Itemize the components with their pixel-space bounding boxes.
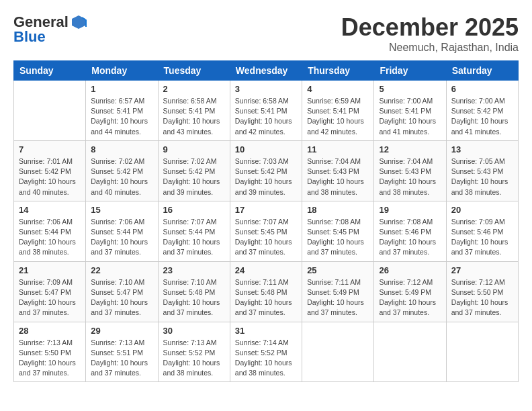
day-info: Sunrise: 6:57 AM Sunset: 5:41 PM Dayligh… <box>91 96 152 137</box>
month-title: December 2025 <box>341 13 519 42</box>
calendar-cell: 5Sunrise: 7:00 AM Sunset: 5:41 PM Daylig… <box>374 81 446 141</box>
calendar-cell: 30Sunrise: 7:13 AM Sunset: 5:52 PM Dayli… <box>158 322 230 382</box>
day-info: Sunrise: 7:05 AM Sunset: 5:43 PM Dayligh… <box>451 156 513 197</box>
day-number: 1 <box>91 84 152 94</box>
day-info: Sunrise: 7:13 AM Sunset: 5:50 PM Dayligh… <box>19 338 81 379</box>
calendar-cell: 1Sunrise: 6:57 AM Sunset: 5:41 PM Daylig… <box>86 81 158 141</box>
day-number: 15 <box>91 205 152 215</box>
day-info: Sunrise: 7:13 AM Sunset: 5:51 PM Dayligh… <box>91 338 152 379</box>
weekday-header: Friday <box>374 61 446 81</box>
day-info: Sunrise: 7:06 AM Sunset: 5:44 PM Dayligh… <box>19 217 81 258</box>
calendar-cell: 31Sunrise: 7:14 AM Sunset: 5:52 PM Dayli… <box>230 322 302 382</box>
calendar-cell: 29Sunrise: 7:13 AM Sunset: 5:51 PM Dayli… <box>86 322 158 382</box>
day-number: 14 <box>19 205 81 215</box>
day-number: 21 <box>19 265 81 275</box>
day-number: 11 <box>307 144 369 154</box>
day-number: 8 <box>91 144 152 154</box>
calendar-cell: 17Sunrise: 7:07 AM Sunset: 5:45 PM Dayli… <box>230 201 302 261</box>
day-number: 3 <box>235 84 297 94</box>
day-number: 31 <box>235 326 297 336</box>
calendar-cell: 7Sunrise: 7:01 AM Sunset: 5:42 PM Daylig… <box>14 140 86 201</box>
calendar-cell: 8Sunrise: 7:02 AM Sunset: 5:42 PM Daylig… <box>86 140 158 201</box>
day-number: 22 <box>91 265 152 275</box>
day-info: Sunrise: 7:10 AM Sunset: 5:47 PM Dayligh… <box>91 277 152 318</box>
calendar-cell: 20Sunrise: 7:09 AM Sunset: 5:46 PM Dayli… <box>446 201 518 261</box>
day-number: 29 <box>91 326 152 336</box>
day-info: Sunrise: 7:08 AM Sunset: 5:45 PM Dayligh… <box>307 217 369 258</box>
day-info: Sunrise: 7:04 AM Sunset: 5:43 PM Dayligh… <box>307 156 369 197</box>
calendar-cell: 15Sunrise: 7:06 AM Sunset: 5:44 PM Dayli… <box>86 201 158 261</box>
calendar-cell: 28Sunrise: 7:13 AM Sunset: 5:50 PM Dayli… <box>14 322 86 382</box>
weekday-header: Saturday <box>446 61 518 81</box>
calendar-cell <box>374 322 446 382</box>
calendar-cell: 6Sunrise: 7:00 AM Sunset: 5:42 PM Daylig… <box>446 81 518 141</box>
day-info: Sunrise: 7:10 AM Sunset: 5:48 PM Dayligh… <box>163 277 225 318</box>
logo: General Blue <box>13 13 89 46</box>
day-info: Sunrise: 7:02 AM Sunset: 5:42 PM Dayligh… <box>91 156 152 197</box>
day-number: 12 <box>379 144 441 154</box>
calendar-cell: 9Sunrise: 7:02 AM Sunset: 5:42 PM Daylig… <box>158 140 230 201</box>
weekday-header-row: SundayMondayTuesdayWednesdayThursdayFrid… <box>14 61 519 81</box>
day-info: Sunrise: 7:11 AM Sunset: 5:48 PM Dayligh… <box>235 277 297 318</box>
calendar-cell: 14Sunrise: 7:06 AM Sunset: 5:44 PM Dayli… <box>14 201 86 261</box>
calendar-cell: 19Sunrise: 7:08 AM Sunset: 5:46 PM Dayli… <box>374 201 446 261</box>
calendar-cell: 25Sunrise: 7:11 AM Sunset: 5:49 PM Dayli… <box>302 261 374 322</box>
calendar-cell: 13Sunrise: 7:05 AM Sunset: 5:43 PM Dayli… <box>446 140 518 201</box>
day-number: 16 <box>163 205 225 215</box>
day-number: 18 <box>307 205 369 215</box>
calendar-cell <box>302 322 374 382</box>
day-number: 24 <box>235 265 297 275</box>
location-title: Neemuch, Rajasthan, India <box>341 42 519 54</box>
day-info: Sunrise: 7:06 AM Sunset: 5:44 PM Dayligh… <box>91 217 152 258</box>
day-info: Sunrise: 7:09 AM Sunset: 5:47 PM Dayligh… <box>19 277 81 318</box>
calendar-cell: 18Sunrise: 7:08 AM Sunset: 5:45 PM Dayli… <box>302 201 374 261</box>
day-number: 9 <box>163 144 225 154</box>
day-info: Sunrise: 7:08 AM Sunset: 5:46 PM Dayligh… <box>379 217 441 258</box>
calendar-cell: 21Sunrise: 7:09 AM Sunset: 5:47 PM Dayli… <box>14 261 86 322</box>
calendar-week-row: 21Sunrise: 7:09 AM Sunset: 5:47 PM Dayli… <box>14 261 519 322</box>
calendar-week-row: 28Sunrise: 7:13 AM Sunset: 5:50 PM Dayli… <box>14 322 519 382</box>
day-info: Sunrise: 7:12 AM Sunset: 5:49 PM Dayligh… <box>379 277 441 318</box>
day-number: 2 <box>163 84 225 94</box>
day-number: 17 <box>235 205 297 215</box>
day-info: Sunrise: 7:02 AM Sunset: 5:42 PM Dayligh… <box>163 156 225 197</box>
day-number: 19 <box>379 205 441 215</box>
day-info: Sunrise: 7:04 AM Sunset: 5:43 PM Dayligh… <box>379 156 441 197</box>
weekday-header: Wednesday <box>230 61 302 81</box>
day-number: 10 <box>235 144 297 154</box>
calendar-cell: 22Sunrise: 7:10 AM Sunset: 5:47 PM Dayli… <box>86 261 158 322</box>
calendar-cell: 10Sunrise: 7:03 AM Sunset: 5:42 PM Dayli… <box>230 140 302 201</box>
calendar-cell: 26Sunrise: 7:12 AM Sunset: 5:49 PM Dayli… <box>374 261 446 322</box>
day-info: Sunrise: 7:09 AM Sunset: 5:46 PM Dayligh… <box>451 217 513 258</box>
day-number: 6 <box>451 84 513 94</box>
calendar-cell: 12Sunrise: 7:04 AM Sunset: 5:43 PM Dayli… <box>374 140 446 201</box>
day-info: Sunrise: 7:07 AM Sunset: 5:45 PM Dayligh… <box>235 217 297 258</box>
day-number: 28 <box>19 326 81 336</box>
day-number: 5 <box>379 84 441 94</box>
calendar-table: SundayMondayTuesdayWednesdayThursdayFrid… <box>13 60 519 382</box>
weekday-header: Tuesday <box>158 61 230 81</box>
day-info: Sunrise: 7:00 AM Sunset: 5:42 PM Dayligh… <box>451 96 513 137</box>
day-info: Sunrise: 7:00 AM Sunset: 5:41 PM Dayligh… <box>379 96 441 137</box>
day-info: Sunrise: 7:14 AM Sunset: 5:52 PM Dayligh… <box>235 338 297 379</box>
day-number: 30 <box>163 326 225 336</box>
day-number: 20 <box>451 205 513 215</box>
day-info: Sunrise: 7:07 AM Sunset: 5:44 PM Dayligh… <box>163 217 225 258</box>
day-info: Sunrise: 7:11 AM Sunset: 5:49 PM Dayligh… <box>307 277 369 318</box>
calendar-cell: 24Sunrise: 7:11 AM Sunset: 5:48 PM Dayli… <box>230 261 302 322</box>
weekday-header: Sunday <box>14 61 86 81</box>
day-number: 13 <box>451 144 513 154</box>
logo-text: General Blue <box>13 13 89 46</box>
calendar-cell: 4Sunrise: 6:59 AM Sunset: 5:41 PM Daylig… <box>302 81 374 141</box>
calendar-cell: 11Sunrise: 7:04 AM Sunset: 5:43 PM Dayli… <box>302 140 374 201</box>
day-number: 23 <box>163 265 225 275</box>
day-info: Sunrise: 6:58 AM Sunset: 5:41 PM Dayligh… <box>235 96 297 137</box>
day-info: Sunrise: 7:01 AM Sunset: 5:42 PM Dayligh… <box>19 156 81 197</box>
title-block: December 2025 Neemuch, Rajasthan, India <box>341 13 519 54</box>
day-info: Sunrise: 7:12 AM Sunset: 5:50 PM Dayligh… <box>451 277 513 318</box>
calendar-cell: 27Sunrise: 7:12 AM Sunset: 5:50 PM Dayli… <box>446 261 518 322</box>
day-number: 7 <box>19 144 81 154</box>
calendar-cell: 16Sunrise: 7:07 AM Sunset: 5:44 PM Dayli… <box>158 201 230 261</box>
calendar-cell <box>446 322 518 382</box>
day-number: 25 <box>307 265 369 275</box>
